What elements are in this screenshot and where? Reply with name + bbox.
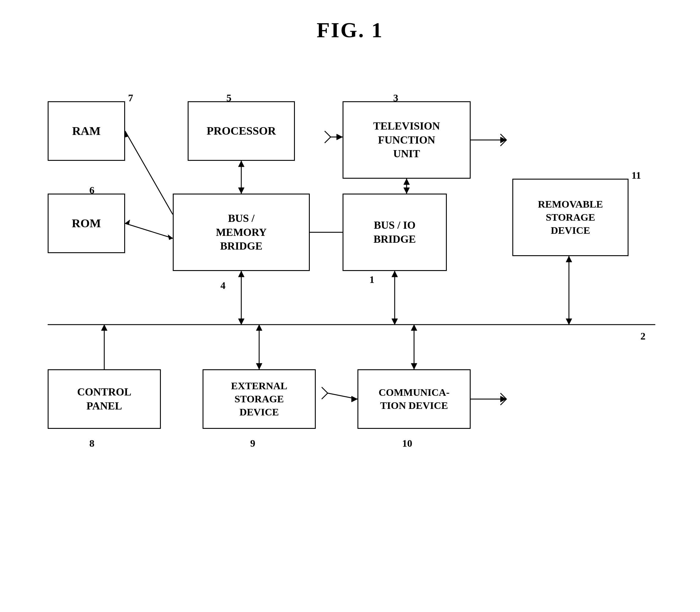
ram-box: RAM bbox=[48, 101, 125, 161]
bus-io-bridge-box: BUS / IO BRIDGE bbox=[343, 194, 447, 271]
svg-marker-6 bbox=[403, 187, 410, 194]
svg-marker-23 bbox=[101, 325, 107, 331]
svg-marker-12 bbox=[168, 235, 173, 240]
svg-marker-2 bbox=[238, 187, 244, 194]
svg-line-10 bbox=[125, 223, 173, 238]
bus-io-bridge-label: 1 bbox=[369, 274, 374, 285]
bus-line-label: 2 bbox=[641, 331, 645, 342]
rom-box: ROM bbox=[48, 194, 125, 253]
svg-marker-18 bbox=[392, 271, 398, 277]
communication-device-label: 10 bbox=[402, 438, 412, 449]
svg-marker-29 bbox=[411, 363, 417, 369]
rom-label: 6 bbox=[90, 185, 94, 196]
svg-marker-7 bbox=[403, 179, 410, 185]
svg-marker-26 bbox=[256, 363, 262, 369]
ram-label: 7 bbox=[128, 92, 133, 103]
bus-memory-bridge-box: BUS / MEMORY BRIDGE bbox=[173, 194, 310, 271]
control-panel-box: CONTROL PANEL bbox=[48, 369, 161, 429]
svg-marker-25 bbox=[256, 325, 262, 331]
svg-marker-37 bbox=[352, 396, 357, 402]
control-panel-label: 8 bbox=[90, 438, 94, 449]
tv-function-unit-box: TELEVISION FUNCTION UNIT bbox=[343, 101, 471, 179]
processor-box: PROCESSOR bbox=[188, 101, 295, 161]
svg-line-8 bbox=[125, 131, 173, 214]
communication-device-box: COMMUNICA- TION DEVICE bbox=[357, 369, 471, 429]
processor-label: 5 bbox=[227, 92, 231, 103]
external-storage-box: EXTERNAL STORAGE DEVICE bbox=[203, 369, 316, 429]
svg-marker-28 bbox=[411, 325, 417, 331]
page-title: FIG. 1 bbox=[0, 0, 700, 43]
svg-marker-14 bbox=[238, 319, 244, 325]
svg-marker-17 bbox=[392, 319, 398, 325]
svg-marker-21 bbox=[566, 256, 572, 262]
svg-marker-33 bbox=[337, 134, 343, 140]
svg-marker-11 bbox=[125, 220, 130, 225]
svg-marker-3 bbox=[238, 161, 244, 167]
bus-memory-bridge-label: 4 bbox=[220, 280, 225, 291]
removable-storage-box: REMOVABLE STORAGE DEVICE bbox=[512, 179, 629, 256]
svg-marker-35 bbox=[500, 396, 506, 402]
removable-storage-label: 11 bbox=[631, 170, 641, 181]
svg-marker-15 bbox=[238, 271, 244, 277]
svg-marker-31 bbox=[500, 137, 506, 143]
svg-marker-20 bbox=[566, 319, 572, 325]
diagram-container: RAM 7 ROM 6 PROCESSOR 5 BUS / MEMORY BRI… bbox=[30, 66, 670, 594]
external-storage-label: 9 bbox=[250, 438, 255, 449]
tv-function-unit-label: 3 bbox=[393, 92, 398, 103]
